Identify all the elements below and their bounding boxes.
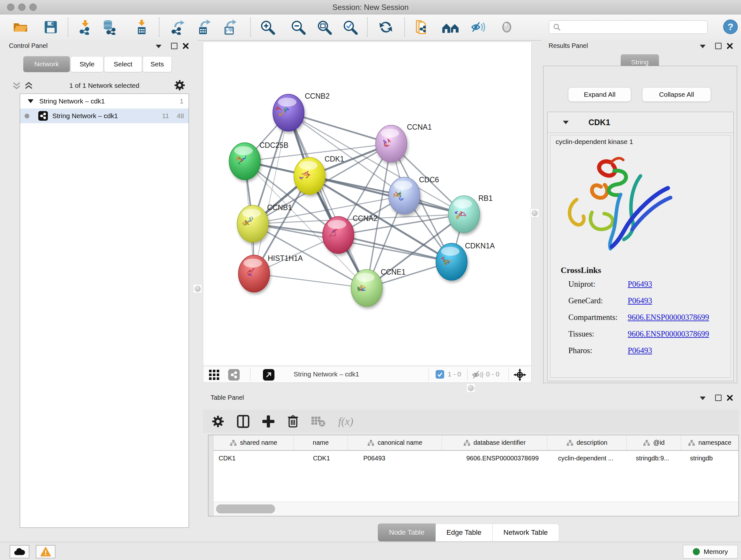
- import-table-icon[interactable]: [134, 19, 149, 35]
- horizontal-splitter-grip[interactable]: [466, 383, 475, 392]
- crosslink-tissues-link[interactable]: 9606.ENSP00000378699: [628, 329, 709, 338]
- cell-name[interactable]: CDK1: [294, 451, 348, 465]
- export-network-icon[interactable]: [170, 19, 185, 35]
- control-panel-float-icon[interactable]: [171, 43, 178, 49]
- results-panel-float-icon[interactable]: [715, 43, 722, 49]
- tab-style[interactable]: Style: [71, 56, 104, 72]
- collapse-all-button[interactable]: Collapse All: [642, 87, 711, 102]
- gene-expander-icon[interactable]: [563, 121, 569, 124]
- node-table: shared name name canonical name database…: [208, 435, 739, 516]
- cell-canonical-name[interactable]: P06493: [348, 451, 442, 465]
- table-row-header-strip: [208, 435, 213, 516]
- right-splitter-grip[interactable]: [530, 208, 539, 217]
- export-table-icon[interactable]: [196, 19, 211, 35]
- network-row[interactable]: String Network – cdk1 11 48: [20, 109, 189, 123]
- tab-sets[interactable]: Sets: [143, 56, 172, 72]
- network-from-file-icon[interactable]: [414, 19, 429, 35]
- open-session-icon[interactable]: [13, 19, 28, 35]
- table-panel-close-icon[interactable]: [727, 395, 733, 401]
- table-options-gear-icon[interactable]: [212, 415, 224, 428]
- column-header[interactable]: @id: [627, 435, 681, 450]
- hide-selection-icon[interactable]: [471, 19, 486, 35]
- collection-expander-icon[interactable]: [28, 99, 33, 103]
- network-node-count: 11: [162, 112, 169, 120]
- tab-node-table[interactable]: Node Table: [378, 523, 435, 542]
- column-header[interactable]: database identifier: [442, 435, 547, 450]
- control-panel-close-icon[interactable]: [183, 43, 189, 49]
- table-panel-menu-icon[interactable]: [700, 396, 705, 400]
- import-network-icon[interactable]: [77, 19, 92, 35]
- control-panel-menu-icon[interactable]: [156, 45, 161, 48]
- column-type-icon: [643, 440, 650, 446]
- table-horizontal-scrollbar[interactable]: [213, 502, 738, 516]
- gene-section-header[interactable]: CDK1: [548, 112, 733, 133]
- crosslink-compartments-link[interactable]: 9606.ENSP00000378699: [628, 313, 709, 321]
- crosslink-label: Pharos:: [568, 346, 628, 355]
- left-splitter-grip[interactable]: [193, 284, 202, 293]
- search-input[interactable]: [563, 23, 707, 31]
- crosslink-row: Tissues:9606.ENSP00000378699: [568, 329, 724, 340]
- zoom-selected-icon[interactable]: [342, 19, 358, 35]
- network-view[interactable]: CCNB2CCNA1CDC25BCDK1CDC6RB1CCNB1CCNA2CDK…: [203, 42, 532, 366]
- import-database-icon[interactable]: [102, 19, 117, 35]
- memory-button[interactable]: Memory: [683, 545, 738, 558]
- cell-namespace[interactable]: stringdb: [681, 451, 738, 465]
- warnings-button[interactable]: [36, 545, 56, 558]
- first-neighbors-icon[interactable]: [441, 19, 461, 35]
- results-panel-menu-icon[interactable]: [700, 45, 705, 48]
- column-header[interactable]: namespace: [681, 435, 738, 450]
- table-header-row: shared name name canonical name database…: [213, 435, 738, 451]
- string-style-icon[interactable]: [228, 369, 240, 381]
- scrollbar-thumb[interactable]: [216, 504, 275, 513]
- svg-text:CCNA1: CCNA1: [407, 123, 432, 131]
- zoom-out-icon[interactable]: [290, 19, 306, 35]
- results-panel-close-icon[interactable]: [727, 43, 733, 49]
- selected-checkbox-icon[interactable]: [435, 370, 444, 379]
- crosslink-genecard-link[interactable]: P06493: [628, 296, 652, 305]
- zoom-in-icon[interactable]: [260, 19, 275, 35]
- tab-select[interactable]: Select: [104, 56, 142, 72]
- expand-all-button[interactable]: Expand All: [568, 87, 631, 102]
- export-image-icon[interactable]: [222, 19, 237, 35]
- results-panel-title: Results Panel: [549, 42, 588, 50]
- cell-description[interactable]: cyclin-dependent ...: [547, 451, 627, 465]
- tab-network[interactable]: Network: [23, 56, 70, 72]
- selected-node-edge-count: 1 - 0: [448, 370, 461, 378]
- crosslink-pharos-link[interactable]: P06493: [628, 346, 652, 355]
- delete-table-icon: [312, 416, 326, 427]
- fit-content-crosshair-icon[interactable]: [514, 368, 526, 381]
- memory-label: Memory: [704, 548, 728, 556]
- column-header[interactable]: shared name: [213, 435, 294, 450]
- apply-layout-icon[interactable]: [378, 19, 394, 35]
- birds-eye-view-icon[interactable]: [208, 369, 220, 381]
- status-separator: [428, 369, 429, 381]
- string-network-graph[interactable]: CCNB2CCNA1CDC25BCDK1CDC6RB1CCNB1CCNA2CDK…: [203, 42, 531, 366]
- network-options-gear-icon[interactable]: [174, 80, 185, 91]
- cell-database-identifier[interactable]: 9606.ENSP00000378699: [442, 451, 547, 465]
- table-row[interactable]: CDK1 CDK1 P06493 9606.ENSP00000378699 cy…: [213, 451, 738, 465]
- toolbar-separator: [404, 17, 405, 37]
- tab-edge-table[interactable]: Edge Table: [435, 523, 493, 542]
- cloud-icon: [14, 548, 25, 556]
- network-collection-row[interactable]: String Network – cdk1 1: [20, 94, 189, 109]
- show-columns-icon[interactable]: [237, 415, 250, 428]
- create-column-icon[interactable]: [262, 415, 274, 428]
- cell-shared-name[interactable]: CDK1: [213, 451, 294, 465]
- svg-text:CCNA2: CCNA2: [353, 214, 378, 223]
- column-header[interactable]: name: [294, 435, 348, 450]
- cell-id[interactable]: stringdb:9...: [627, 451, 681, 465]
- gene-symbol: CDK1: [589, 118, 610, 127]
- save-session-icon[interactable]: [43, 19, 58, 35]
- svg-text:CCNE1: CCNE1: [381, 268, 406, 276]
- table-panel-float-icon[interactable]: [715, 395, 722, 401]
- column-header[interactable]: description: [547, 435, 627, 450]
- crosslink-uniprot-link[interactable]: P06493: [628, 280, 652, 288]
- toolbar-separator: [68, 17, 68, 37]
- cloud-status-button[interactable]: [10, 545, 29, 558]
- delete-column-icon[interactable]: [287, 415, 299, 428]
- help-icon[interactable]: ?: [723, 19, 738, 34]
- tab-network-table[interactable]: Network Table: [493, 523, 559, 542]
- column-header[interactable]: canonical name: [348, 435, 442, 450]
- zoom-fit-icon[interactable]: [317, 19, 332, 35]
- open-in-window-icon[interactable]: [263, 369, 274, 381]
